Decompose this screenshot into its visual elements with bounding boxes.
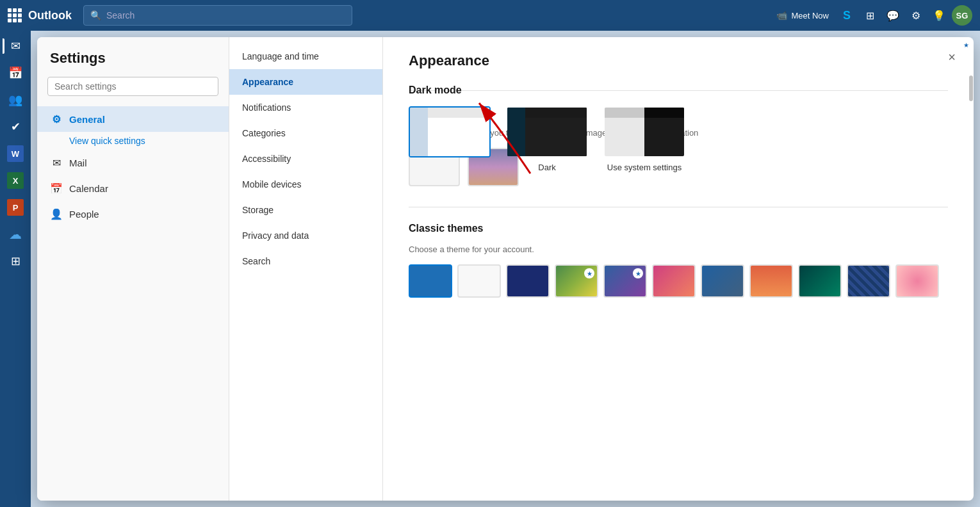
submenu-privacy-data[interactable]: Privacy and data — [229, 223, 382, 248]
more-apps-icon: ⊞ — [11, 254, 20, 268]
word-icon: W — [7, 145, 24, 162]
preview-dark-content — [525, 108, 587, 156]
sidebar-item-excel[interactable]: X — [3, 168, 28, 193]
submenu-mobile-devices[interactable]: Mobile devices — [229, 172, 382, 197]
divider-2 — [409, 207, 948, 207]
preview-system-light — [605, 108, 644, 156]
preview-content — [428, 108, 489, 156]
skype-icon[interactable]: S — [837, 5, 857, 26]
preview-dark-topbar — [525, 108, 587, 118]
preview-system-dark — [644, 108, 684, 156]
nav-calendar-label: Calendar — [69, 183, 108, 194]
settings-modal: Settings ⚙ General View quick settings ✉… — [37, 37, 974, 501]
avatar[interactable]: SG — [952, 5, 972, 26]
meet-now-button[interactable]: 📹 Meet Now — [771, 8, 834, 23]
app-grid-icon[interactable] — [8, 8, 22, 22]
classic-themes-desc: Choose a theme for your account. — [409, 245, 948, 254]
settings-content: × Appearance Dark mode — [383, 37, 974, 501]
nav-item-general[interactable]: ⚙ General — [37, 106, 229, 132]
classic-themes-title: Classic themes — [409, 223, 948, 234]
meet-now-label: Meet Now — [791, 11, 829, 20]
classic-theme-circuit[interactable] — [798, 264, 842, 298]
system-mode-preview[interactable] — [603, 106, 685, 157]
general-icon: ⚙ — [50, 113, 63, 125]
preview-system-topbar-dark — [644, 108, 684, 118]
settings-submenu: Language and time Appearance Notificatio… — [229, 37, 383, 501]
classic-theme-flowers[interactable]: ★ — [652, 264, 696, 298]
sidebar-item-more[interactable]: ⊞ — [3, 248, 28, 274]
system-mode-label: Use system settings — [607, 163, 682, 172]
sidebar-item-word[interactable]: W — [3, 141, 28, 166]
global-search-bar[interactable]: 🔍 — [83, 5, 352, 26]
dark-mode-label: Dark — [538, 163, 555, 172]
mode-option-system[interactable]: Use system settings — [603, 106, 685, 172]
sidebar-item-onedrive[interactable]: ☁ — [3, 221, 28, 247]
calendar-nav-icon: 📅 — [50, 182, 63, 195]
feedback-icon[interactable]: 💬 — [883, 5, 903, 26]
nav-item-people[interactable]: 👤 People — [37, 201, 229, 227]
submenu-appearance[interactable]: Appearance — [229, 69, 382, 95]
star-badge-1: ★ — [584, 268, 594, 278]
ppt-icon: P — [7, 199, 24, 216]
onedrive-icon: ☁ — [9, 227, 22, 242]
classic-theme-dark-blue[interactable] — [506, 264, 550, 298]
people-nav-icon: 👤 — [50, 207, 63, 220]
nav-item-calendar[interactable]: 📅 Calendar — [37, 175, 229, 201]
sidebar-item-calendar[interactable]: 📅 — [3, 60, 28, 86]
view-quick-settings-link[interactable]: View quick settings — [37, 132, 229, 150]
nav-mail-label: Mail — [69, 157, 87, 168]
close-button[interactable]: × — [943, 47, 961, 67]
app-logo: Outlook — [28, 9, 72, 22]
tasks-icon: ✔ — [11, 120, 20, 134]
dark-mode-preview[interactable] — [506, 106, 588, 157]
light-mode-preview[interactable] — [409, 106, 491, 157]
nav-item-mail[interactable]: ✉ Mail — [37, 150, 229, 175]
classic-theme-white[interactable] — [457, 264, 501, 298]
classic-themes-row: ★ ★ ★ — [409, 264, 948, 298]
preview-dark-body — [525, 118, 587, 156]
submenu-lang-time[interactable]: Language and time — [229, 44, 382, 69]
sidebar-item-tasks[interactable]: ✔ — [3, 114, 28, 140]
classic-theme-pattern[interactable] — [847, 264, 890, 298]
classic-theme-nature[interactable] — [701, 264, 744, 298]
submenu-storage[interactable]: Storage — [229, 197, 382, 223]
app-sidebar: ✉ 📅 👥 ✔ W X P ☁ ⊞ — [0, 31, 31, 507]
submenu-categories[interactable]: Categories — [229, 120, 382, 146]
main-layout: ✉ 📅 👥 ✔ W X P ☁ ⊞ Set — [0, 31, 980, 507]
app-name: Outlook — [28, 9, 72, 22]
people-icon: 👥 — [8, 93, 22, 107]
classic-theme-landscape[interactable]: ★ — [555, 264, 598, 298]
star-badge-2: ★ — [633, 268, 643, 278]
preview-dark-sidebar — [507, 108, 525, 156]
classic-theme-blue[interactable] — [409, 264, 452, 298]
classic-theme-pink[interactable] — [895, 264, 939, 298]
help-icon[interactable]: 💡 — [929, 5, 949, 26]
sidebar-item-people[interactable]: 👥 — [3, 87, 28, 113]
global-search-input[interactable] — [106, 10, 345, 20]
settings-left-panel: Settings ⚙ General View quick settings ✉… — [37, 37, 229, 501]
preview-sidebar — [410, 108, 428, 156]
submenu-notifications[interactable]: Notifications — [229, 95, 382, 120]
page-background: Settings ⚙ General View quick settings ✉… — [31, 31, 980, 507]
apps-icon[interactable]: ⊞ — [860, 5, 880, 26]
sidebar-item-mail[interactable]: ✉ — [3, 33, 28, 59]
divider-1 — [409, 90, 948, 91]
excel-icon: X — [7, 172, 24, 189]
topbar: Outlook 🔍 📹 Meet Now S ⊞ 💬 ⚙ 💡 SG — [0, 0, 980, 31]
settings-title: Settings — [37, 50, 229, 77]
classic-theme-abstract[interactable]: ★ — [603, 264, 647, 298]
classic-theme-sunset[interactable] — [749, 264, 793, 298]
video-icon: 📹 — [776, 10, 787, 20]
settings-search-input[interactable] — [47, 77, 218, 96]
mail-icon: ✉ — [11, 39, 20, 53]
search-icon: 🔍 — [90, 10, 101, 20]
topbar-right: 📹 Meet Now S ⊞ 💬 ⚙ 💡 SG — [771, 5, 972, 26]
preview-system-topbar-light — [605, 108, 644, 118]
settings-icon[interactable]: ⚙ — [906, 5, 926, 26]
nav-general-label: General — [69, 114, 105, 125]
calendar-icon: 📅 — [8, 66, 22, 80]
submenu-search[interactable]: Search — [229, 248, 382, 274]
nav-people-label: People — [69, 209, 99, 220]
submenu-accessibility[interactable]: Accessibility — [229, 146, 382, 172]
sidebar-item-powerpoint[interactable]: P — [3, 195, 28, 220]
